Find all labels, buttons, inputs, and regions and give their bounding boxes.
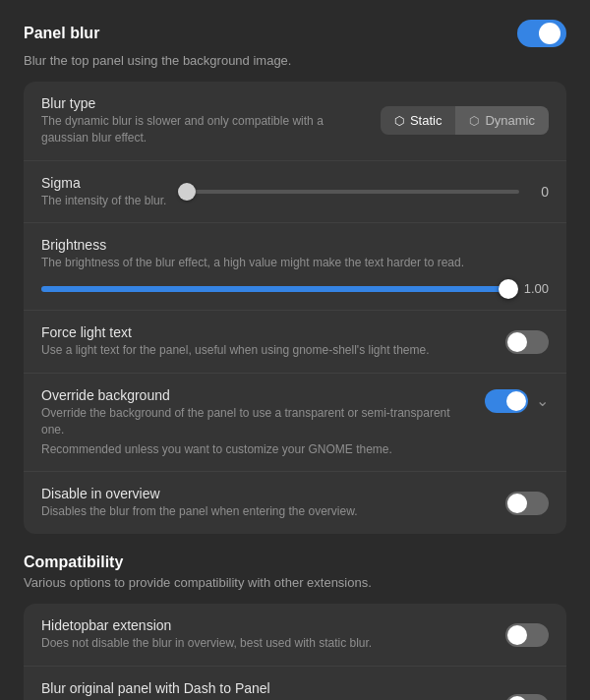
disable-overview-description: Disables the blur from the panel when en… [41, 503, 494, 520]
sigma-value: 0 [529, 184, 549, 200]
panel-blur-description: Blur the top panel using the background … [24, 53, 566, 68]
sigma-right: 0 [180, 184, 549, 200]
dash-to-panel-toggle[interactable] [505, 694, 549, 700]
hidetopbar-description: Does not disable the blur in overview, b… [41, 635, 494, 652]
disable-overview-toggle[interactable] [505, 492, 549, 515]
blur-type-row: Blur type The dynamic blur is slower and… [24, 82, 566, 161]
override-background-label: Override background [41, 387, 473, 403]
brightness-row: Brightness The brightness of the blur ef… [24, 223, 566, 311]
compatibility-description: Various options to provide compatibility… [24, 575, 566, 590]
override-background-description2: Recommended unless you want to customize… [41, 441, 473, 458]
brightness-label: Brightness [41, 237, 537, 253]
force-light-text-left: Force light text Use a light text for th… [41, 324, 494, 359]
override-background-row: Override background Override the backgro… [24, 374, 566, 472]
override-controls: ⌄ [485, 387, 549, 413]
panel-blur-title: Panel blur [24, 25, 99, 42]
force-light-text-toggle[interactable] [505, 330, 549, 354]
sigma-track[interactable] [180, 190, 519, 194]
blur-type-buttons: ⬡ Static ⬡ Dynamic [381, 106, 549, 135]
static-label: Static [410, 113, 442, 128]
blur-type-static-button[interactable]: ⬡ Static [381, 106, 456, 135]
panel-blur-card: Blur type The dynamic blur is slower and… [24, 82, 566, 534]
static-icon: ⬡ [394, 114, 404, 128]
brightness-left: Brightness The brightness of the blur ef… [41, 237, 537, 271]
force-light-text-label: Force light text [41, 324, 494, 340]
brightness-track[interactable] [41, 286, 514, 292]
panel-blur-section: Panel blur Blur the top panel using the … [24, 20, 566, 534]
hidetopbar-toggle[interactable] [505, 623, 549, 647]
dash-to-panel-row: Blur original panel with Dash to Panel E… [24, 667, 566, 700]
override-background-description: Override the background of the panel to … [41, 405, 473, 438]
sigma-row: Sigma The intensity of the blur. 0 [24, 161, 566, 224]
blur-type-description: The dynamic blur is slower and only comp… [41, 113, 369, 146]
sigma-label: Sigma [41, 175, 166, 191]
force-light-text-description: Use a light text for the panel, useful w… [41, 342, 494, 359]
panel-blur-toggle[interactable] [517, 20, 566, 47]
dynamic-icon: ⬡ [469, 114, 479, 128]
compatibility-card: Hidetopbar extension Does not disable th… [24, 604, 566, 700]
override-background-left: Override background Override the backgro… [41, 387, 473, 457]
override-background-chevron-icon[interactable]: ⌄ [536, 391, 549, 410]
disable-overview-left: Disable in overview Disables the blur fr… [41, 486, 494, 520]
hidetopbar-label: Hidetopbar extension [41, 617, 494, 633]
disable-overview-row: Disable in overview Disables the blur fr… [24, 472, 566, 534]
disable-overview-label: Disable in overview [41, 486, 494, 501]
override-background-toggle[interactable] [485, 389, 528, 413]
force-light-text-row: Force light text Use a light text for th… [24, 311, 566, 374]
compatibility-section: Compatibility Various options to provide… [24, 554, 566, 700]
brightness-thumb [499, 279, 518, 299]
brightness-slider-container: 1.00 [41, 281, 549, 296]
blur-type-left: Blur type The dynamic blur is slower and… [41, 95, 369, 146]
blur-type-label: Blur type [41, 95, 369, 111]
dash-to-panel-label: Blur original panel with Dash to Panel [41, 680, 494, 696]
brightness-top: Brightness The brightness of the blur ef… [41, 237, 549, 271]
hidetopbar-left: Hidetopbar extension Does not disable th… [41, 617, 494, 652]
sigma-thumb [178, 183, 196, 201]
dynamic-label: Dynamic [485, 113, 535, 128]
brightness-description: The brightness of the blur effect, a hig… [41, 255, 537, 271]
panel-blur-header: Panel blur [24, 20, 566, 47]
sigma-left: Sigma The intensity of the blur. [41, 175, 166, 209]
blur-type-dynamic-button[interactable]: ⬡ Dynamic [455, 106, 549, 135]
brightness-value: 1.00 [524, 281, 549, 296]
hidetopbar-row: Hidetopbar extension Does not disable th… [24, 604, 566, 667]
sigma-description: The intensity of the blur. [41, 193, 166, 209]
compatibility-title: Compatibility [24, 554, 566, 571]
dash-to-panel-left: Blur original panel with Dash to Panel E… [41, 680, 494, 700]
